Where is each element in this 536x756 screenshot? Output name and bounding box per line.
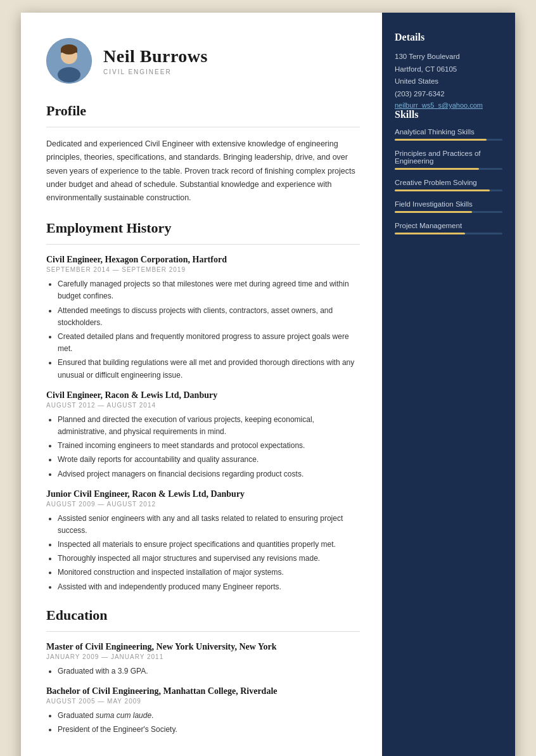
- education-section: Education Master of Civil Engineering, N…: [46, 607, 360, 736]
- skill-name: Principles and Practices of Engineering: [395, 150, 502, 165]
- skill-item: Field Investigation Skills: [395, 200, 502, 213]
- skill-bar-bg: [395, 189, 502, 191]
- job-2-dates: August 2012 — August 2014: [46, 402, 360, 409]
- address-line3: United States: [395, 75, 502, 88]
- avatar: [46, 38, 92, 84]
- email[interactable]: neilburr_ws5_s@yahoo.com: [395, 101, 502, 109]
- list-item: Graduated suma cum laude.: [58, 710, 360, 722]
- list-item: Assisted senior engineers with any and a…: [58, 513, 360, 537]
- profile-text: Dedicated and experienced Civil Engineer…: [46, 138, 360, 205]
- skill-bar-bg: [395, 211, 502, 213]
- svg-rect-4: [61, 49, 77, 53]
- job-2: Civil Engineer, Racon & Lewis Ltd, Danbu…: [46, 390, 360, 480]
- right-column: Details 130 Terry Boulevard Hartford, CT…: [382, 13, 515, 756]
- address-line1: 130 Terry Boulevard: [395, 51, 502, 63]
- list-item: President of the Engineer's Society.: [58, 724, 360, 736]
- education-divider: [46, 631, 360, 632]
- skill-name: Analytical Thinking Skills: [395, 128, 502, 136]
- profile-title: Profile: [46, 103, 360, 119]
- details-section-title: Details: [395, 32, 502, 43]
- list-item: Assisted with and independently produced…: [58, 581, 360, 593]
- degree-2: Bachelor of Civil Engineering, Manhattan…: [46, 686, 360, 736]
- skill-bar-fill: [395, 189, 490, 191]
- employment-title: Employment History: [46, 220, 360, 236]
- list-item: Advised project managers on financial de…: [58, 468, 360, 480]
- profile-section: Profile Dedicated and experienced Civil …: [46, 103, 360, 205]
- skills-section: Skills Analytical Thinking Skills Princi…: [395, 109, 502, 234]
- degree-1: Master of Civil Engineering, New York Un…: [46, 642, 360, 677]
- job-3: Junior Civil Engineer, Racon & Lewis Ltd…: [46, 489, 360, 593]
- svg-point-1: [58, 67, 80, 82]
- list-item: Planned and directed the execution of va…: [58, 414, 360, 438]
- phone: (203) 297-6342: [395, 88, 502, 101]
- skill-bar-bg: [395, 168, 502, 170]
- list-item: Created detailed plans and frequently mo…: [58, 331, 360, 355]
- skill-name: Project Management: [395, 222, 502, 229]
- employment-section: Employment History Civil Engineer, Hexag…: [46, 220, 360, 593]
- skill-bar-fill: [395, 211, 472, 213]
- skill-bar-bg: [395, 139, 502, 141]
- skill-bar-fill: [395, 168, 479, 170]
- job-1-bullets: Carefully managed projects so that miles…: [46, 278, 360, 381]
- skills-section-title: Skills: [395, 109, 502, 120]
- resume-wrapper: Neil Burrows Civil Engineer Profile Dedi…: [21, 13, 515, 756]
- skill-item: Analytical Thinking Skills: [395, 128, 502, 141]
- list-item: Carefully managed projects so that miles…: [58, 278, 360, 302]
- skill-bar-fill: [395, 233, 465, 234]
- degree-2-title: Bachelor of Civil Engineering, Manhattan…: [46, 686, 360, 696]
- profile-divider: [46, 127, 360, 127]
- employment-divider: [46, 244, 360, 245]
- details-section: Details 130 Terry Boulevard Hartford, CT…: [395, 32, 502, 109]
- list-item: Ensured that building regulations were a…: [58, 357, 360, 381]
- header-info: Neil Burrows Civil Engineer: [103, 46, 208, 75]
- resume-header: Neil Burrows Civil Engineer: [46, 38, 360, 84]
- list-item: Attended meetings to discuss projects wi…: [58, 305, 360, 329]
- list-item: Wrote daily reports for accountability a…: [58, 454, 360, 466]
- job-2-title: Civil Engineer, Racon & Lewis Ltd, Danbu…: [46, 390, 360, 400]
- job-1: Civil Engineer, Hexagon Corporation, Har…: [46, 255, 360, 381]
- job-1-dates: September 2014 — September 2019: [46, 266, 360, 273]
- list-item: Trained incoming engineers to meet stand…: [58, 440, 360, 452]
- skill-bar-bg: [395, 233, 502, 234]
- degree-1-dates: January 2009 — January 2011: [46, 653, 360, 660]
- candidate-title: Civil Engineer: [103, 68, 208, 75]
- address-line2: Hartford, CT 06105: [395, 63, 502, 76]
- degree-2-dates: August 2005 — May 2009: [46, 698, 360, 705]
- list-item: Thoroughly inspected all major structure…: [58, 553, 360, 565]
- list-item: Inspected all materials to ensure projec…: [58, 539, 360, 551]
- job-3-bullets: Assisted senior engineers with any and a…: [46, 513, 360, 593]
- skill-item: Creative Problem Solving: [395, 179, 502, 191]
- degree-1-title: Master of Civil Engineering, New York Un…: [46, 642, 360, 652]
- skill-name: Creative Problem Solving: [395, 179, 502, 186]
- job-3-title: Junior Civil Engineer, Racon & Lewis Ltd…: [46, 489, 360, 499]
- skill-item: Project Management: [395, 222, 502, 234]
- job-1-title: Civil Engineer, Hexagon Corporation, Har…: [46, 255, 360, 265]
- job-2-bullets: Planned and directed the execution of va…: [46, 414, 360, 480]
- education-title: Education: [46, 607, 360, 624]
- skill-item: Principles and Practices of Engineering: [395, 150, 502, 170]
- candidate-name: Neil Burrows: [103, 46, 208, 67]
- degree-1-bullets: Graduated with a 3.9 GPA.: [46, 665, 360, 677]
- skill-name: Field Investigation Skills: [395, 200, 502, 208]
- left-column: Neil Burrows Civil Engineer Profile Dedi…: [21, 13, 382, 756]
- job-3-dates: August 2009 — August 2012: [46, 501, 360, 508]
- list-item: Graduated with a 3.9 GPA.: [58, 665, 360, 677]
- skill-bar-fill: [395, 139, 487, 141]
- list-item: Monitored construction and inspected ins…: [58, 567, 360, 579]
- degree-2-bullets: Graduated suma cum laude. President of t…: [46, 710, 360, 736]
